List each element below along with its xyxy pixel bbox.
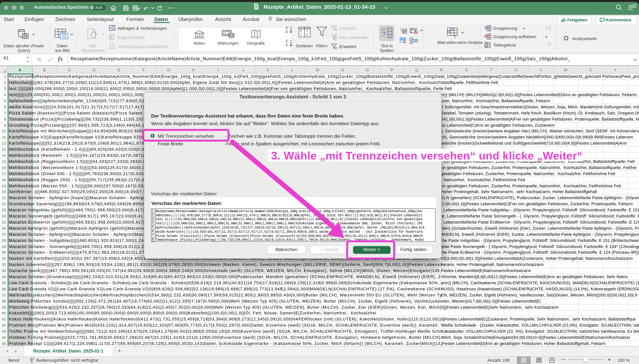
- svg-text:A: A: [300, 33, 302, 37]
- svg-text:Z: Z: [286, 30, 288, 34]
- svg-text:Z: Z: [286, 39, 288, 43]
- svg-text:Z: Z: [300, 29, 302, 33]
- svg-text:A: A: [286, 43, 288, 47]
- svg-text:A: A: [286, 26, 288, 30]
- svg-text:A: A: [306, 29, 308, 33]
- svg-text:?: ?: [453, 34, 456, 39]
- svg-text:Z: Z: [306, 33, 308, 37]
